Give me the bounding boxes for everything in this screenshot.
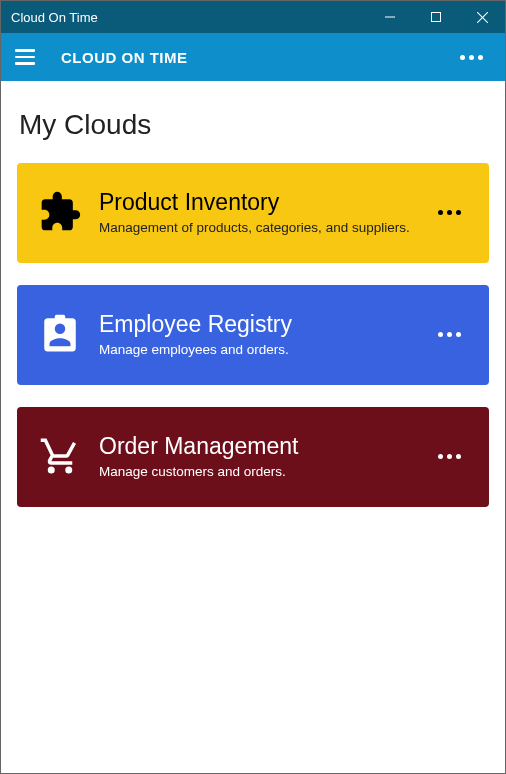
card-title: Order Management: [99, 433, 414, 460]
card-more-button[interactable]: [430, 446, 469, 467]
cloud-card-product-inventory[interactable]: Product Inventory Management of products…: [17, 163, 489, 263]
card-text: Order Management Manage customers and or…: [99, 433, 414, 479]
cart-icon: [37, 433, 83, 479]
cloud-card-order-management[interactable]: Order Management Manage customers and or…: [17, 407, 489, 507]
close-button[interactable]: [459, 1, 505, 33]
minimize-button[interactable]: [367, 1, 413, 33]
page-title: My Clouds: [19, 109, 489, 141]
card-text: Employee Registry Manage employees and o…: [99, 311, 414, 357]
badge-icon: [37, 311, 83, 357]
more-icon: [438, 210, 443, 215]
menu-button[interactable]: [15, 43, 43, 71]
minimize-icon: [385, 12, 395, 22]
more-icon: [438, 332, 443, 337]
cloud-card-employee-registry[interactable]: Employee Registry Manage employees and o…: [17, 285, 489, 385]
window-title: Cloud On Time: [11, 10, 367, 25]
window-controls: [367, 1, 505, 33]
svg-rect-1: [432, 13, 441, 22]
card-desc: Management of products, categories, and …: [99, 220, 414, 235]
card-desc: Manage customers and orders.: [99, 464, 414, 479]
content-area: My Clouds Product Inventory Management o…: [1, 81, 505, 547]
appbar-title: CLOUD ON TIME: [61, 49, 452, 66]
appbar-more-button[interactable]: [452, 47, 491, 68]
app-bar: CLOUD ON TIME: [1, 33, 505, 81]
card-title: Product Inventory: [99, 189, 414, 216]
card-more-button[interactable]: [430, 324, 469, 345]
window-titlebar: Cloud On Time: [1, 1, 505, 33]
card-title: Employee Registry: [99, 311, 414, 338]
more-icon: [460, 55, 465, 60]
card-desc: Manage employees and orders.: [99, 342, 414, 357]
hamburger-icon: [15, 49, 35, 52]
card-text: Product Inventory Management of products…: [99, 189, 414, 235]
maximize-button[interactable]: [413, 1, 459, 33]
card-more-button[interactable]: [430, 202, 469, 223]
more-icon: [438, 454, 443, 459]
puzzle-icon: [37, 189, 83, 235]
maximize-icon: [431, 12, 441, 22]
close-icon: [477, 12, 488, 23]
